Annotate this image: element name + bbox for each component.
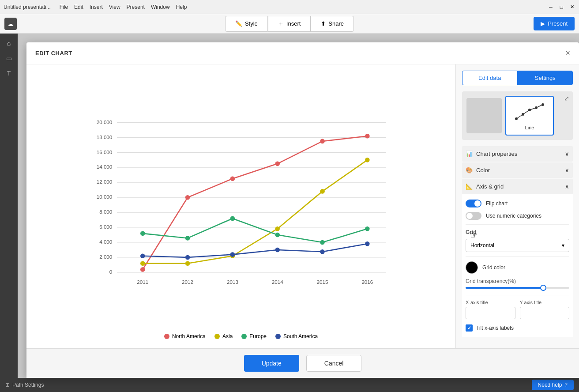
grid-value: Horizontal [470,242,494,249]
menu-edit[interactable]: Edit [74,4,83,10]
update-button[interactable]: Update [244,355,299,372]
svg-text:14,000: 14,000 [97,164,113,170]
style-button[interactable]: ✏️ Style [225,16,268,32]
legend-label-europe: Europe [249,333,267,339]
x-axis-title-label: X-axis title [466,300,515,305]
y-axis-input[interactable] [520,307,570,319]
legend-dot-europe [241,334,247,339]
svg-point-50 [320,249,325,254]
color-icon: 🎨 [466,167,473,173]
tab-settings[interactable]: Settings [518,71,573,85]
svg-text:2,000: 2,000 [99,254,113,260]
svg-point-51 [365,241,370,246]
menu-window[interactable]: Window [151,4,170,10]
share-button[interactable]: ⬆ Share [311,16,354,32]
menu-view[interactable]: View [109,4,120,10]
color-label: Color [476,167,490,173]
present-button[interactable]: ▶ Present [534,17,575,30]
sidebar-text-icon[interactable]: T [4,68,14,79]
menu-help[interactable]: Help [176,4,187,10]
play-icon: ▶ [541,20,545,27]
accordion-color: 🎨 Color ∨ [462,162,573,178]
bar-chart-icon: 📊 [466,151,473,157]
svg-point-54 [528,109,531,111]
sidebar: ⌂ ▭ T [0,34,18,378]
use-numeric-toggle[interactable] [466,212,481,220]
present-area: ▶ Present [534,17,575,30]
accordion-chart-properties-header[interactable]: 📊 Chart properties ∨ [462,146,573,162]
svg-point-46 [140,253,145,258]
legend-label-asia: Asia [222,333,233,339]
panel-tabs: Edit data Settings [462,71,573,85]
chart-wrapper: 20,000 18,000 16,000 14,000 12,000 10,00… [86,73,395,339]
edit-chart-modal: EDIT CHART × 20,000 18,000 16,000 [26,42,579,378]
main-toolbar: ☁ ✏️ Style ＋ Insert ⬆ Share ▶ Present [0,14,579,34]
svg-point-28 [140,267,145,272]
grid-transparency-track[interactable] [466,287,569,289]
grid-color-label: Grid color [482,264,505,271]
x-axis-input[interactable] [466,307,515,319]
slider-thumb[interactable] [540,285,546,291]
svg-point-35 [185,261,190,266]
menu-bar: File Edit Insert View Present Window Hel… [60,4,187,10]
svg-text:20,000: 20,000 [97,119,113,125]
need-help-button[interactable]: Need help ? [532,380,574,390]
app-logo: ☁ [4,18,17,30]
chart-area: 20,000 18,000 16,000 14,000 12,000 10,00… [26,64,455,348]
svg-point-56 [541,103,544,106]
grid-dropdown[interactable]: Horizontal ▾ [466,239,569,252]
cancel-button[interactable]: Cancel [306,355,362,372]
maximize-button[interactable]: □ [558,4,565,11]
svg-text:2012: 2012 [182,279,193,285]
svg-text:10,000: 10,000 [97,194,113,200]
menu-insert[interactable]: Insert [90,4,103,10]
sidebar-home-icon[interactable]: ⌂ [4,38,14,49]
menu-file[interactable]: File [60,4,68,10]
insert-button[interactable]: ＋ Insert [268,16,311,32]
svg-point-30 [230,176,235,181]
svg-point-45 [365,226,370,231]
svg-point-44 [320,240,325,245]
share-icon: ⬆ [321,20,326,27]
line-chart: 20,000 18,000 16,000 14,000 12,000 10,00… [86,73,395,326]
sidebar-slides-icon[interactable]: ▭ [4,53,14,64]
svg-point-52 [515,117,518,120]
right-panel: Edit data Settings [455,64,579,348]
close-button[interactable]: ✕ [568,4,575,11]
svg-text:4,000: 4,000 [99,239,113,245]
axis-grid-body: Flip chart Use numeric categories [462,194,573,337]
chart-thumb-line[interactable]: Line [505,96,554,136]
legend-north-america: North America [164,333,206,339]
flip-chart-knob [474,200,481,207]
svg-text:8,000: 8,000 [99,209,113,215]
accordion-axis-grid-header[interactable]: 📐 Axis & grid ∧ [462,179,573,194]
expand-icon[interactable]: ⤢ [564,95,569,102]
svg-point-34 [140,261,145,266]
chart-properties-label: Chart properties [476,151,517,157]
use-numeric-row: Use numeric categories [466,212,569,220]
svg-point-55 [535,106,538,109]
accordion-color-header[interactable]: 🎨 Color ∨ [462,162,573,178]
legend-dot-south-america [275,334,281,339]
flip-chart-toggle[interactable] [466,200,481,207]
chart-type-preview: Line ⤢ [462,91,573,140]
checkmark-icon: ✓ [467,325,471,331]
path-settings[interactable]: ⊞ Path Settings [5,382,44,388]
svg-text:12,000: 12,000 [97,179,113,185]
tab-edit-data[interactable]: Edit data [462,71,518,85]
minimize-button[interactable]: ─ [547,4,554,11]
modal-close-button[interactable]: × [565,49,570,58]
accordion-chart-properties: 📊 Chart properties ∨ [462,146,573,162]
line-chart-icon [514,101,545,123]
menu-present[interactable]: Present [127,4,145,10]
svg-text:2014: 2014 [272,279,283,285]
svg-point-32 [320,139,325,144]
tilt-x-checkbox[interactable]: ✓ [466,324,473,332]
grid-color-swatch[interactable] [466,261,478,274]
modal-body: 20,000 18,000 16,000 14,000 12,000 10,00… [26,64,579,348]
need-help-label: Need help [538,382,562,388]
chart-legend: North America Asia Europe [86,333,395,339]
svg-point-29 [185,195,190,200]
chart-svg: 20,000 18,000 16,000 14,000 12,000 10,00… [86,73,395,326]
modal-header: EDIT CHART × [26,42,579,64]
